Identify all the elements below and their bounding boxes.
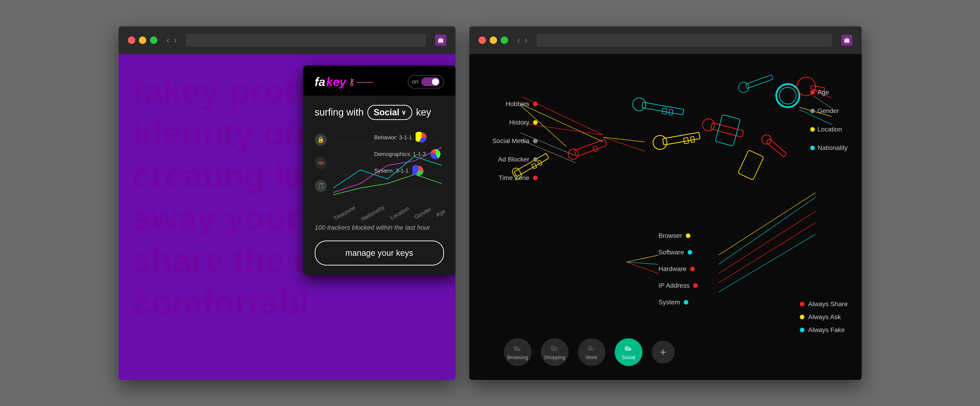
bottom-system-labels: Browser Software Hardware IP Address [659, 232, 698, 306]
legend-behavior: Behavior: 3-1-1 [374, 131, 441, 144]
browser-nav-left: ‹ › [167, 35, 177, 45]
always-share-text: Always Share [808, 301, 848, 308]
key-selector-dropdown[interactable]: Social ∨ [368, 105, 412, 120]
extension-icon-right[interactable] [841, 35, 853, 46]
always-ask-text: Always Ask [808, 313, 841, 321]
browser-nav-right: ‹ › [517, 35, 528, 45]
system-text: System [659, 299, 680, 306]
address-bar-right[interactable] [537, 34, 832, 47]
svg-point-34 [701, 117, 716, 132]
extension-icon-left[interactable] [435, 35, 446, 46]
ad-blocker-dot [533, 157, 538, 162]
svg-point-26 [632, 97, 647, 112]
toggle-label: on [412, 78, 418, 85]
right-browser-window: ‹ › [469, 26, 862, 380]
key-social[interactable]: Social [615, 338, 643, 366]
svg-rect-37 [715, 114, 740, 146]
bottom-key-circles: Browsing Shopping Wo [504, 338, 675, 366]
manage-keys-button[interactable]: manage your keys [315, 241, 444, 265]
svg-point-42 [780, 87, 796, 104]
gender-text: Gender [818, 107, 839, 115]
svg-rect-73 [630, 349, 631, 350]
popup-logo: fa key ⚷ —— [315, 75, 373, 89]
traffic-light-green-r[interactable] [501, 37, 508, 44]
svg-rect-64 [519, 349, 520, 350]
logo-fa-text: fa [315, 75, 325, 89]
label-nationality: Nationality [810, 144, 848, 152]
history-text: History [509, 119, 529, 126]
svg-point-36 [737, 81, 750, 94]
svg-rect-24 [593, 146, 598, 152]
shopping-label: Shopping [544, 355, 565, 360]
forward-button-r[interactable]: › [525, 35, 528, 45]
main-container: ‹ › fakey prote identity onli creating k… [0, 26, 980, 380]
svg-rect-27 [662, 108, 667, 114]
traffic-light-red-r[interactable] [479, 37, 486, 44]
location-dot [810, 127, 815, 132]
system-dot [684, 300, 688, 305]
svg-line-49 [626, 255, 659, 262]
popup-body: surfing with Social ∨ key 🔒 [303, 96, 455, 275]
label-ad-blocker: Ad Blocker [492, 156, 538, 163]
software-text: Software [659, 249, 684, 256]
traffic-light-yellow-r[interactable] [490, 37, 497, 44]
label-system: System [659, 299, 698, 306]
label-hardware: Hardware [659, 265, 698, 273]
key-work[interactable]: Work [578, 338, 606, 366]
browsing-key-icon [513, 344, 522, 353]
system-pie [412, 165, 424, 177]
popup-header: fa key ⚷ —— on [303, 66, 455, 96]
label-location: Location [810, 126, 848, 133]
chart-legend: Behavior: 3-1-1 Demographics: 1-1-3 [374, 131, 441, 177]
age-text: Age [818, 89, 829, 96]
demographics-pie [430, 148, 442, 160]
forward-button[interactable]: › [174, 35, 177, 45]
toggle-container[interactable]: on [408, 75, 444, 88]
svg-line-16 [603, 137, 645, 151]
svg-rect-21 [538, 160, 542, 165]
x-label-4: Age [435, 208, 447, 218]
label-hobbies: Hobbies [492, 100, 538, 108]
key-shopping[interactable]: Shopping [541, 338, 569, 366]
browser-chrome-left: ‹ › [119, 26, 455, 54]
time-zone-dot [533, 176, 538, 180]
traffic-light-yellow[interactable] [139, 37, 146, 44]
legend-always-ask: Always Ask [800, 313, 848, 321]
traffic-lights-right [479, 37, 508, 44]
hobbies-text: Hobbies [506, 100, 529, 108]
traffic-light-green[interactable] [150, 37, 158, 44]
always-share-dot [800, 302, 804, 307]
ad-blocker-text: Ad Blocker [498, 156, 529, 163]
back-button-r[interactable]: ‹ [517, 35, 520, 45]
address-bar-left[interactable] [186, 34, 426, 47]
right-top-labels: Age Gender Location Nationality [810, 89, 848, 152]
x-label-0: Timezone [332, 204, 356, 222]
label-time-zone: Time Zone [492, 174, 538, 182]
toggle-switch[interactable] [422, 77, 440, 86]
legend-always-share: Always Share [800, 301, 848, 308]
back-button[interactable]: ‹ [167, 35, 169, 45]
svg-line-52 [719, 193, 816, 255]
svg-rect-29 [662, 132, 700, 145]
legend-demo-text: Demographics: 1-1-3 [374, 151, 426, 157]
hardware-dot [690, 267, 695, 271]
ip-address-text: IP Address [659, 282, 690, 289]
browser-text: Browser [659, 232, 682, 240]
traffic-light-red[interactable] [128, 37, 135, 44]
x-label-3: Gender [413, 205, 433, 220]
svg-rect-31 [684, 137, 689, 144]
key-browsing[interactable]: Browsing [504, 338, 531, 366]
svg-rect-32 [690, 136, 695, 142]
nationality-dot [810, 145, 815, 150]
svg-line-50 [626, 262, 659, 264]
history-dot [533, 120, 538, 125]
svg-line-53 [719, 197, 816, 264]
work-label: Work [585, 355, 597, 360]
browser-dot [686, 233, 690, 238]
svg-rect-28 [669, 109, 673, 115]
chart-x-labels: Timezone Nationality Location Gender Age [331, 210, 444, 217]
svg-rect-63 [518, 349, 519, 350]
legend-system-text: System: 3-1-1 [374, 168, 409, 174]
svg-point-30 [652, 134, 668, 150]
add-key-button[interactable]: + [652, 340, 675, 364]
